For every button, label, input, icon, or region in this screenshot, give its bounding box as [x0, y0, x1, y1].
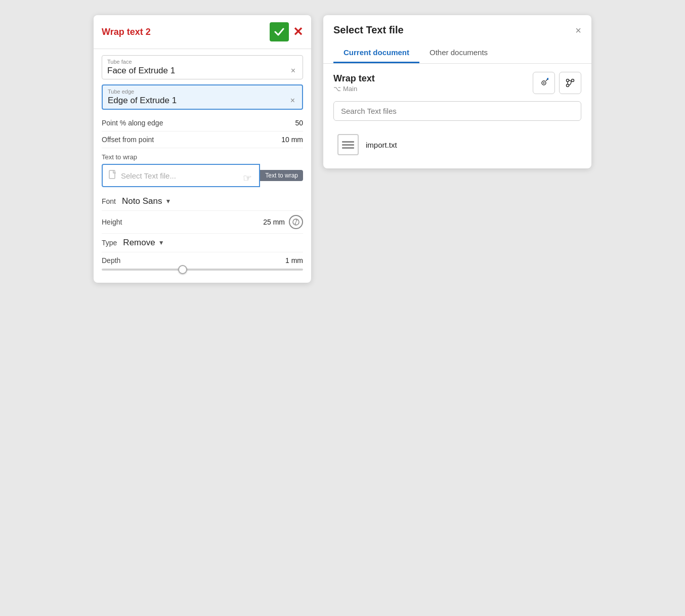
tube-face-label: Tube face: [107, 59, 297, 65]
select-file-placeholder: Select Text file...: [121, 171, 176, 180]
tab-current-document[interactable]: Current document: [333, 43, 419, 63]
font-select[interactable]: Noto Sans ▼: [122, 196, 171, 206]
text-to-wrap-section-label: Text to wrap: [102, 153, 303, 161]
tube-edge-label: Tube edge: [108, 89, 297, 95]
svg-point-8: [572, 79, 574, 82]
tube-edge-field[interactable]: Tube edge Edge of Extrude 1 ×: [102, 84, 303, 110]
doc-branch: ⌥ Main: [333, 85, 375, 93]
document-name: Wrap text: [333, 73, 375, 84]
panel-body: Tube face Face of Extrude 1 × Tube edge …: [94, 49, 311, 283]
file-icon-line-3: [342, 147, 354, 149]
select-file-button[interactable]: Select Text file... ☞: [102, 164, 260, 187]
branch-name: Main: [343, 85, 357, 93]
depth-row: Depth 1 mm: [102, 252, 303, 267]
font-label: Font: [102, 197, 116, 205]
right-body: Wrap text ⌥ Main: [323, 64, 591, 168]
right-panel-title: Select Text file: [333, 24, 404, 36]
panel-header: Wrap text 2 ✕: [94, 15, 311, 49]
svg-point-7: [567, 79, 569, 82]
point-percent-label: Point % along edge: [102, 119, 163, 127]
type-label: Type: [102, 239, 117, 247]
depth-slider-container: [102, 267, 303, 275]
tube-edge-value: Edge of Extrude 1 ×: [108, 96, 297, 106]
file-item[interactable]: import.txt: [333, 129, 581, 160]
type-dropdown-arrow: ▼: [158, 239, 164, 246]
close-button[interactable]: ×: [575, 25, 581, 35]
point-percent-value: 50: [295, 119, 303, 127]
right-title-row: Select Text file ×: [333, 24, 581, 36]
tabs-row: Current document Other documents: [333, 43, 581, 63]
tube-face-value: Face of Extrude 1 ×: [107, 66, 297, 76]
offset-row: Offset from point 10 mm: [102, 131, 303, 148]
tab-other-documents[interactable]: Other documents: [419, 43, 498, 63]
doc-actions: [533, 72, 581, 94]
confirm-button[interactable]: [270, 22, 289, 41]
select-text-file-panel: Select Text file × Current document Othe…: [323, 15, 591, 168]
branch-action-btn[interactable]: [559, 72, 581, 94]
tube-edge-clear-button[interactable]: ×: [288, 97, 297, 105]
depth-slider-track[interactable]: [102, 269, 303, 271]
svg-rect-0: [109, 170, 115, 179]
right-header: Select Text file × Current document Othe…: [323, 15, 591, 64]
panel-title: Wrap text 2: [102, 27, 151, 37]
file-icon-line-2: [342, 144, 354, 146]
offset-value: 10 mm: [281, 136, 303, 144]
cursor-hand-icon: ☞: [243, 172, 252, 184]
search-input[interactable]: [333, 101, 581, 121]
branch-icon: ⌥: [333, 85, 341, 93]
tooltip-tag: Text to wrap: [260, 170, 303, 181]
tube-face-text: Face of Extrude 1: [107, 66, 175, 76]
add-action-btn[interactable]: [533, 72, 555, 94]
font-dropdown-arrow: ▼: [165, 198, 171, 205]
file-name: import.txt: [366, 141, 397, 149]
type-select[interactable]: Remove ▼: [123, 238, 164, 248]
svg-point-9: [567, 84, 569, 87]
height-label: Height: [102, 218, 122, 226]
cycle-icon[interactable]: [289, 215, 303, 229]
wrap-text-panel: Wrap text 2 ✕ Tube face Face of Extrude …: [94, 15, 311, 283]
header-actions: ✕: [270, 22, 303, 41]
depth-slider-thumb[interactable]: [178, 265, 187, 274]
height-controls: 25 mm: [263, 215, 303, 229]
type-value: Remove: [123, 238, 155, 248]
tube-face-field[interactable]: Tube face Face of Extrude 1 ×: [102, 55, 303, 79]
depth-value: 1 mm: [285, 256, 303, 265]
select-file-row: Select Text file... ☞ Text to wrap: [102, 164, 303, 187]
offset-label: Offset from point: [102, 136, 154, 144]
type-row: Type Remove ▼: [102, 234, 303, 252]
depth-label: Depth: [102, 256, 120, 265]
file-icon: [109, 170, 117, 181]
file-icon-box: [337, 134, 359, 155]
height-row: Height 25 mm: [102, 211, 303, 234]
tube-face-clear-button[interactable]: ×: [289, 67, 297, 75]
doc-title-row: Wrap text ⌥ Main: [333, 72, 581, 94]
height-value: 25 mm: [263, 218, 285, 226]
font-value: Noto Sans: [122, 196, 162, 206]
svg-point-3: [543, 82, 545, 84]
font-row: Font Noto Sans ▼: [102, 192, 303, 211]
cancel-button[interactable]: ✕: [293, 26, 303, 38]
point-percent-row: Point % along edge 50: [102, 115, 303, 131]
tube-edge-text: Edge of Extrude 1: [108, 96, 177, 106]
doc-info: Wrap text ⌥ Main: [333, 73, 375, 93]
file-icon-line-1: [342, 141, 354, 143]
